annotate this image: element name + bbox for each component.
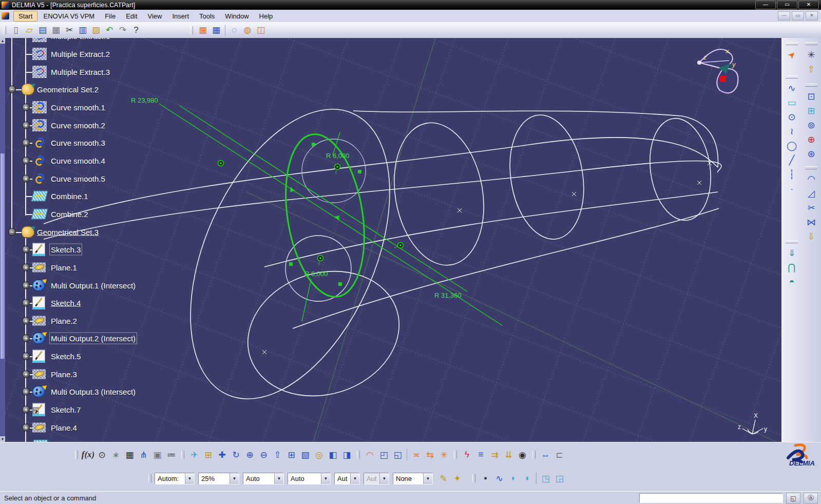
extrude-b-icon[interactable]: ◲ [552,472,566,486]
axis-icon[interactable]: ┆ [785,167,799,182]
design-table-icon[interactable]: ▦ [123,448,137,462]
extrude-a-icon[interactable]: ◳ [539,472,552,486]
print-icon[interactable]: ▦ [49,24,63,37]
menu-file[interactable]: File [100,11,120,21]
swap-visible-space-icon[interactable]: ◱ [391,448,405,462]
restore-button[interactable]: ▭ [777,1,797,9]
doc-close-button[interactable]: ✕ [806,11,818,21]
doc-minimize-button[interactable]: — [778,11,790,21]
tree-item-label[interactable]: Combine.2 [51,209,88,218]
expand-node[interactable]: + [22,139,30,147]
knowledge-icon[interactable]: ⓐ [804,493,818,504]
expand-node[interactable]: + [22,299,30,307]
tree-item-label[interactable]: Sketch.3 [51,245,81,254]
collapse-node[interactable]: − [8,86,16,93]
expand-node[interactable]: + [22,406,30,414]
zoom-out-icon[interactable]: ⊖ [257,448,271,462]
tree-item-label[interactable]: Curve smooth.2 [51,121,105,129]
tree-item-label[interactable]: Curve smooth.4 [51,156,105,165]
impact-graph-icon[interactable]: ⇊ [502,448,515,462]
hide-show-icon[interactable]: ◰ [377,448,391,462]
toolbar-grip[interactable] [190,26,193,34]
menu-enovia[interactable]: ENOVIA V5 VPM [39,11,99,21]
chevron-down-icon[interactable]: ▼ [350,473,359,484]
expand-node[interactable]: + [22,388,30,396]
paste-icon[interactable]: ▨ [89,24,103,37]
snap-to-point-icon[interactable]: ▦ [209,24,223,37]
tree-item-label[interactable]: Multiple Extract.1 [51,38,110,41]
tree-item-label[interactable]: Sketch.4 [51,299,81,307]
project-3d-icon[interactable]: ⇩ [804,229,818,244]
menu-help[interactable]: Help [255,11,278,21]
point-creation-icon[interactable]: ▪ [479,472,492,486]
chevron-down-icon[interactable]: ▼ [230,473,239,484]
toolbar-grip[interactable] [472,474,475,482]
constraint-create-icon[interactable]: ⇆ [423,448,437,462]
new-document-icon[interactable]: ▯ [9,24,23,37]
graphic-properties-wizard-icon[interactable]: ✎ [436,472,450,486]
expand-node[interactable]: + [22,423,30,431]
doc-restore-button[interactable]: ▭ [792,11,804,21]
expand-node[interactable]: + [22,281,30,289]
radius-dimension[interactable]: R 6,000 [326,152,350,160]
fix-together-icon[interactable]: ⊕ [804,132,818,147]
expand-node[interactable]: + [22,121,30,129]
tree-item-label[interactable]: Multi Output.3 (Intersect) [51,387,136,396]
toolbar-grip[interactable] [786,240,798,243]
project-3d-elements-icon[interactable]: ⇓ [785,246,799,260]
line-type-dropdown[interactable]: Auto▼ [288,473,331,484]
color-dropdown[interactable]: Autom:▼ [155,473,195,484]
view-mode-b-icon[interactable]: ◨ [340,448,354,462]
toolbar-grip[interactable] [805,42,817,45]
menu-edit[interactable]: Edit [121,11,142,21]
tree-item-label[interactable]: Geometrical Set.2 [37,85,99,94]
command-input[interactable] [639,493,783,503]
depth-effect-icon[interactable]: ◠ [363,448,377,462]
toolbar-grip[interactable] [532,451,536,459]
normal-view-icon[interactable]: ⇧ [271,448,284,462]
expand-node[interactable]: + [22,103,30,111]
constraint-dialog-icon[interactable]: ≍ [409,448,423,462]
chevron-down-icon[interactable]: ▼ [185,473,194,484]
isometric-view-icon[interactable]: ▧ [298,448,312,462]
measure-item-icon[interactable]: ⊏ [552,448,566,462]
toolbar-grip[interactable] [3,26,6,34]
dimensional-constraints-icon[interactable]: ◫ [254,24,268,37]
expand-node[interactable]: + [22,317,30,324]
render-style-dropdown[interactable]: None▼ [393,473,433,484]
save-icon[interactable]: ▤ [36,24,49,37]
pan-icon[interactable]: ✚ [215,448,229,462]
radius-dimension[interactable]: R 31,360 [434,292,462,299]
tree-item-label[interactable]: Curve smooth.1 [51,103,105,111]
exit-workbench-icon[interactable]: ⇧ [804,62,818,76]
menu-insert[interactable]: Insert [167,11,194,21]
tree-item-label[interactable]: Plane.2 [51,316,77,325]
expand-node[interactable]: + [22,246,30,254]
relations-icon[interactable]: ⋔ [137,448,150,462]
tree-item-label[interactable]: Multi Output.1 (Intersect) [51,281,136,289]
expand-node[interactable]: + [22,263,30,271]
tree-item-label[interactable]: Plane.4 [51,423,77,432]
toolbar-grip[interactable] [181,451,184,459]
view-mode-a-icon[interactable]: ◧ [326,448,340,462]
close-button[interactable]: ✕ [798,1,819,9]
tree-item-label[interactable]: Sketch.7 [51,405,81,414]
surface-b-icon[interactable]: ◖ [520,472,534,486]
toolbar-grip[interactable] [454,451,457,459]
measure-between-icon[interactable]: ↔ [539,448,552,462]
select-cursor-icon[interactable]: ➤ [781,45,802,65]
parents-children-icon[interactable]: ⇉ [488,448,502,462]
minimize-button[interactable]: — [755,1,776,9]
tree-item-label[interactable]: Curve smooth.5 [51,174,105,183]
trim-icon[interactable]: ✂ [804,201,818,215]
cut-icon[interactable]: ✂ [63,24,76,37]
tree-item-label[interactable]: Plane.1 [51,263,77,272]
intersect-3d-elements-icon[interactable]: ⋂ [785,260,799,275]
toolbar-grip[interactable] [357,451,360,459]
list-view-icon[interactable]: ≡ [474,448,488,462]
fly-mode-icon[interactable]: ✈ [187,448,201,462]
tree-item-label[interactable]: Plane.3 [51,370,77,378]
open-icon[interactable]: ▱ [23,24,36,37]
zoom-in-icon[interactable]: ⊕ [243,448,257,462]
spline-creation-icon[interactable]: ∿ [492,472,506,486]
